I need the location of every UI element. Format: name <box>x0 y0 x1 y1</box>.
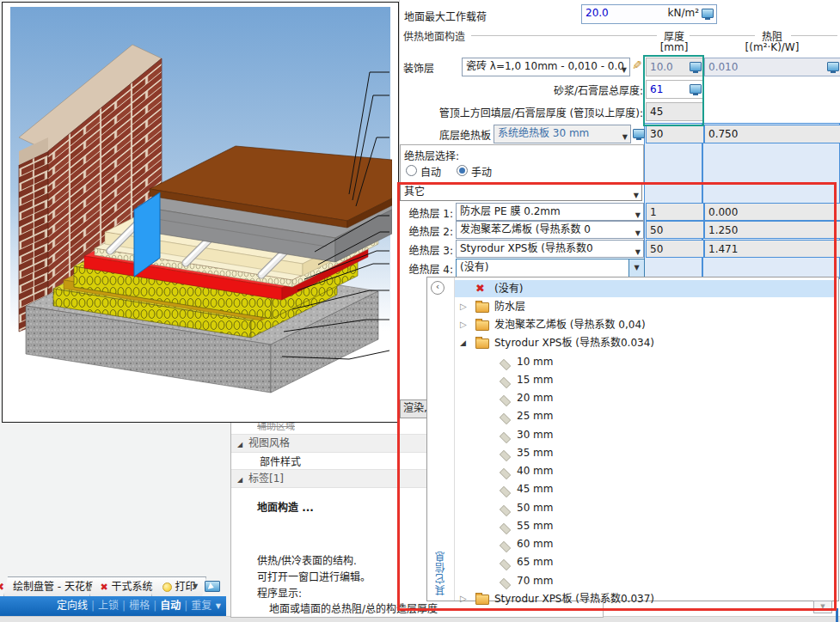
tree-item-10mm[interactable]: 10 mm <box>455 353 837 370</box>
separator: | <box>88 600 98 612</box>
monitor-icon[interactable] <box>633 129 645 138</box>
plate-icon <box>500 505 511 516</box>
tree-item-50mm[interactable]: 50 mm <box>455 499 837 516</box>
monitor-icon[interactable] <box>690 84 702 94</box>
side-tab-other-info[interactable]: 其它信息 <box>433 503 448 595</box>
insul-layer-2-resistance[interactable]: 1.250 <box>704 221 840 239</box>
tree-item-20mm[interactable]: 20 mm <box>455 389 837 406</box>
insul-layer-2-thickness[interactable]: 50 <box>646 221 704 239</box>
decor-resistance-cell[interactable]: 0.010 <box>704 58 840 76</box>
insul-layer-1-thickness[interactable]: 1 <box>646 203 704 221</box>
chevron-down-button-disabled[interactable]: ▼ <box>813 601 832 613</box>
statusbar-item-orientation[interactable]: 定向线 <box>57 600 88 612</box>
tree-item-60mm[interactable]: 60 mm <box>455 535 837 552</box>
tree-item-65mm[interactable]: 65 mm <box>455 553 837 570</box>
tree-item-waterproof[interactable]: ▷ 防水层 <box>455 298 837 315</box>
monitor-icon[interactable] <box>702 9 714 18</box>
insulation-dropdown-tree: ‹ 其它信息 ✖ (没有) ▷ 防水层 ▷ 发泡聚苯乙烯板 (导热系数 0,04… <box>426 277 839 601</box>
pencil-icon[interactable]: ✎ <box>632 58 642 72</box>
tree-item-label: Styrodur XPS板 (导热系数0.037) <box>494 590 654 607</box>
chevron-down-icon[interactable]: ▼ <box>216 596 221 616</box>
hand-pointer-screen-icon[interactable] <box>205 581 220 592</box>
statusbar-item-auto[interactable]: 自动 <box>160 600 181 612</box>
insul-layer-2-combobox[interactable]: 发泡聚苯乙烯板 (导热系数 0 ▼ <box>456 221 644 239</box>
separator: | <box>181 600 191 612</box>
radio-auto[interactable] <box>406 165 417 176</box>
chevron-down-icon[interactable]: ▼ <box>193 582 198 590</box>
insul-layer-3-thickness[interactable]: 50 <box>646 240 704 258</box>
render-button[interactable]: 渲染, <box>400 399 428 418</box>
tree-item-30mm[interactable]: 30 mm <box>455 426 837 443</box>
tree-item-label: 60 mm <box>517 535 553 552</box>
decor-thickness-cell[interactable]: 10.0 <box>646 58 704 76</box>
tab-draw-coil-ceiling[interactable]: 绘制盘管 - 天花板 <box>3 576 105 597</box>
chevron-down-icon[interactable]: ▼ <box>635 244 641 258</box>
mortar-thickness-cell[interactable]: 61 <box>646 80 704 99</box>
collapsed-arrow-icon[interactable]: ▷ <box>460 298 470 315</box>
tree-item-eps[interactable]: ▷ 发泡聚苯乙烯板 (导热系数 0,04) <box>455 316 837 333</box>
max-load-field[interactable]: 20.0 kN/m² <box>581 4 717 24</box>
tree-item-40mm[interactable]: 40 mm <box>455 462 837 479</box>
insul-layer-4-combobox[interactable]: (没有) ▼ <box>456 259 645 277</box>
tree-item-15mm[interactable]: 15 mm <box>455 371 837 388</box>
fill-thickness-cell[interactable]: 45 <box>646 102 704 121</box>
tab-label: 干式系统 <box>112 581 153 593</box>
chevron-down-icon[interactable]: ▼ <box>635 207 641 221</box>
base-resistance-cell[interactable]: 0.750 <box>704 125 840 143</box>
red-x-icon: ✖ <box>0 581 4 593</box>
radio-manual[interactable] <box>457 165 468 176</box>
expanded-arrow-icon[interactable]: ◢ <box>460 334 470 351</box>
other-combobox[interactable]: 其它 ▼ <box>400 183 642 201</box>
insul-layer-1-resistance[interactable]: 0.000 <box>704 203 840 221</box>
tree-item-45mm[interactable]: 45 mm <box>455 480 837 497</box>
base-thickness-cell[interactable]: 30 <box>646 125 704 143</box>
chevron-down-icon[interactable]: ▼ <box>622 129 628 143</box>
decor-layer-combobox[interactable]: 瓷砖 λ=1,0 10mm - 0,010 - 0.0 ▼ <box>462 58 630 76</box>
expanded-arrow-icon[interactable]: ◢ <box>231 472 248 489</box>
back-icon[interactable]: ‹ <box>431 281 445 295</box>
expanded-arrow-icon[interactable]: ◢ <box>231 436 248 454</box>
value: 1.471 <box>708 243 738 255</box>
statusbar-item-repeat[interactable]: 重复 <box>191 600 212 612</box>
insul-layer-1-combobox[interactable]: 防水层 PE 膜 0.2mm ▼ <box>456 203 644 221</box>
col-thickness-unit: [mm] <box>647 41 702 53</box>
tree-item-25mm[interactable]: 25 mm <box>455 407 837 424</box>
collapsed-arrow-icon[interactable]: ▷ <box>460 316 470 333</box>
chevron-down-button[interactable]: ▼ <box>628 259 644 277</box>
plate-icon <box>500 395 511 406</box>
chevron-down-icon[interactable]: ▼ <box>634 187 639 201</box>
value: 1.250 <box>708 224 738 236</box>
bulb-icon <box>162 582 172 592</box>
mortar-thickness-value: 61 <box>650 83 663 95</box>
value: 1 <box>650 206 657 218</box>
tree-item-55mm[interactable]: 55 mm <box>455 517 837 534</box>
collapsed-arrow-icon[interactable]: ▷ <box>460 590 470 607</box>
tree-item-70mm[interactable]: 70 mm <box>455 572 837 589</box>
statusbar-item-grid[interactable]: 栅格 <box>129 600 150 612</box>
chevron-down-icon[interactable]: ▼ <box>635 225 641 239</box>
tree-item-none[interactable]: ✖ (没有) <box>455 280 837 297</box>
plate-icon <box>500 359 511 370</box>
chevron-down-icon[interactable]: ▼ <box>622 62 627 76</box>
construction-3d-view[interactable] <box>2 2 399 423</box>
monitor-icon[interactable] <box>690 62 702 71</box>
max-load-unit: kN/m² <box>668 7 699 19</box>
monitor-icon[interactable] <box>827 62 839 71</box>
tab-print[interactable]: 打印 <box>151 576 206 597</box>
item-part-style[interactable]: 部件样式 <box>260 454 301 468</box>
tree-item-xps-034[interactable]: ◢ Styrodur XPS板 (导热系数0.034) <box>455 334 837 351</box>
tree-item-label: 30 mm <box>517 426 553 443</box>
insul-layer-3-resistance[interactable]: 1.471 <box>704 240 840 258</box>
fill-above-pipe-label: 管顶上方回填层/石膏层厚度 (管顶以上厚度): <box>370 105 643 119</box>
tree-item-35mm[interactable]: 35 mm <box>455 444 837 461</box>
statusbar-item-lock[interactable]: 上锁 <box>98 600 119 612</box>
tree-item-label: 25 mm <box>517 407 553 424</box>
plate-icon <box>500 413 511 424</box>
tab-label: 绘制盘管 - 天花板 <box>13 581 95 593</box>
folder-icon <box>475 302 489 313</box>
property-desc-2: 可打开一窗口进行编辑。 <box>257 569 371 583</box>
section-label: 标签[1] <box>248 473 284 485</box>
base-board-combobox[interactable]: 系统绝热板 30 mm ▼ <box>494 125 631 143</box>
insul-layer-3-combobox[interactable]: Styrodur XPS板 (导热系数0 ▼ <box>456 240 644 258</box>
tree-item-xps-037[interactable]: ▷ Styrodur XPS板 (导热系数0.037) <box>455 590 837 607</box>
